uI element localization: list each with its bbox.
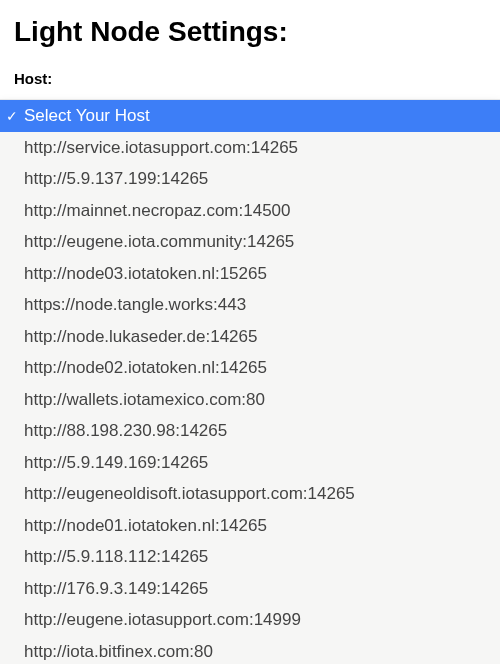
dropdown-option-text: http://node.lukaseder.de:14265 [24, 327, 257, 346]
dropdown-option[interactable]: http://eugene.iotasupport.com:14999 [0, 604, 500, 636]
checkmark-icon: ✓ [6, 105, 18, 126]
dropdown-option-text: http://node02.iotatoken.nl:14265 [24, 358, 267, 377]
dropdown-option-text: http://wallets.iotamexico.com:80 [24, 390, 265, 409]
dropdown-option-text: http://service.iotasupport.com:14265 [24, 138, 298, 157]
dropdown-option[interactable]: http://node03.iotatoken.nl:15265 [0, 258, 500, 290]
dropdown-option[interactable]: http://node01.iotatoken.nl:14265 [0, 510, 500, 542]
dropdown-option-text: http://eugene.iotasupport.com:14999 [24, 610, 301, 629]
dropdown-option-text: http://5.9.118.112:14265 [24, 547, 208, 566]
dropdown-option[interactable]: http://eugeneoldisoft.iotasupport.com:14… [0, 478, 500, 510]
host-dropdown[interactable]: ✓ Select Your Host http://service.iotasu… [0, 99, 500, 664]
dropdown-option[interactable]: http://5.9.118.112:14265 [0, 541, 500, 573]
dropdown-option-text: http://88.198.230.98:14265 [24, 421, 227, 440]
dropdown-option[interactable]: http://eugene.iota.community:14265 [0, 226, 500, 258]
page-title: Light Node Settings: [14, 16, 486, 48]
dropdown-option[interactable]: http://mainnet.necropaz.com:14500 [0, 195, 500, 227]
dropdown-option-text: http://eugeneoldisoft.iotasupport.com:14… [24, 484, 355, 503]
dropdown-option-text: http://5.9.149.169:14265 [24, 453, 208, 472]
dropdown-option[interactable]: https://node.tangle.works:443 [0, 289, 500, 321]
dropdown-option-text: http://node03.iotatoken.nl:15265 [24, 264, 267, 283]
dropdown-option[interactable]: http://wallets.iotamexico.com:80 [0, 384, 500, 416]
dropdown-option[interactable]: http://88.198.230.98:14265 [0, 415, 500, 447]
dropdown-option-text: http://5.9.137.199:14265 [24, 169, 208, 188]
host-label: Host: [14, 70, 486, 87]
dropdown-option-text: http://176.9.3.149:14265 [24, 579, 208, 598]
dropdown-placeholder-text: Select Your Host [24, 106, 150, 125]
dropdown-option[interactable]: http://node02.iotatoken.nl:14265 [0, 352, 500, 384]
dropdown-option-text: http://iota.bitfinex.com:80 [24, 642, 213, 661]
dropdown-option[interactable]: http://5.9.149.169:14265 [0, 447, 500, 479]
dropdown-placeholder-option[interactable]: ✓ Select Your Host [0, 100, 500, 132]
dropdown-option-text: https://node.tangle.works:443 [24, 295, 246, 314]
dropdown-option-text: http://mainnet.necropaz.com:14500 [24, 201, 291, 220]
dropdown-option-text: http://node01.iotatoken.nl:14265 [24, 516, 267, 535]
dropdown-option-text: http://eugene.iota.community:14265 [24, 232, 294, 251]
dropdown-option[interactable]: http://service.iotasupport.com:14265 [0, 132, 500, 164]
dropdown-option[interactable]: http://176.9.3.149:14265 [0, 573, 500, 605]
dropdown-option[interactable]: http://node.lukaseder.de:14265 [0, 321, 500, 353]
dropdown-option[interactable]: http://5.9.137.199:14265 [0, 163, 500, 195]
dropdown-option[interactable]: http://iota.bitfinex.com:80 [0, 636, 500, 665]
